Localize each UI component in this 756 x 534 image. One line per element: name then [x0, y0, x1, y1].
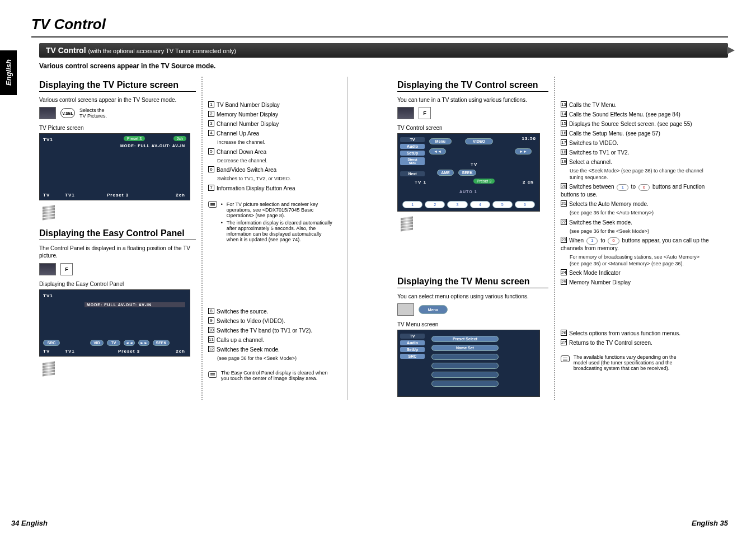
legend-list-4: 26Selects options from various function … — [561, 330, 711, 346]
screen-label-control: TV Control screen — [397, 125, 548, 131]
legend-item: 19Select a channel. — [561, 158, 711, 166]
section-title-menu: Displaying the TV Menu screen — [397, 277, 548, 288]
ss4-preset: Preset Select — [431, 336, 499, 342]
ss2-seek: SEEK — [153, 340, 170, 346]
callout-number: 14 — [561, 111, 567, 117]
callout-number: 23 — [561, 237, 567, 243]
legend-text: Switches to Video (VIDEO). — [217, 318, 285, 324]
legend-list-2: 8Switches the source. 9Switches to Video… — [208, 308, 341, 362]
ss3-tab-direct: Direct SRC — [400, 157, 425, 165]
legend-text: Switches to VIDEO. — [569, 140, 618, 146]
legend-text: Switches the Seek mode. — [217, 346, 280, 353]
callout-number: 3 — [208, 120, 214, 127]
legend-item: 25Memory Number Display — [561, 279, 711, 286]
callout-number: 21 — [561, 200, 567, 207]
legend-text: Returns to the TV Control screen. — [569, 340, 652, 346]
ss2-foot-preset: Preset 3 — [118, 349, 140, 354]
down-arrow-icon — [401, 217, 548, 231]
section-title-picture: Displaying the TV Picture screen — [39, 80, 196, 92]
easy-panel-screenshot: TV1 MODE: FULL AV-OUT: AV-IN SRC VID TV … — [39, 289, 190, 357]
legend-item: 11Calls up a channel. — [208, 336, 341, 344]
header-sub: (with the optional accessory TV Tuner co… — [88, 48, 236, 54]
preset-2: 2 — [425, 201, 445, 208]
legend-item: 21Selects the Auto Memory mode. — [561, 200, 711, 208]
ss2-tv1: TV1 — [43, 293, 53, 298]
legend-text: Selects the Auto Memory mode. — [569, 201, 649, 207]
legend-item: 17Switches to VIDEO. — [561, 139, 711, 147]
legend-text: Calls the Sound Effects Menu. (see page … — [569, 111, 680, 118]
callout-number: 1 — [208, 101, 214, 107]
note1a: For TV picture selection and receiver ke… — [221, 202, 333, 218]
down-arrow-icon — [43, 362, 196, 376]
preset-5: 5 — [492, 201, 513, 208]
legend-item: 1TV Band Number Display — [208, 101, 341, 109]
ss2-src: SRC — [43, 340, 60, 346]
ss4-blank4 — [431, 381, 499, 387]
legend-text: Calls up a channel. — [217, 337, 264, 343]
ss4-tab-audio: Audio — [400, 340, 425, 345]
ss3-seek: SEEK — [458, 170, 476, 176]
preset-3: 3 — [447, 201, 467, 208]
intro-text: Various control screens appear in the TV… — [39, 62, 728, 70]
legend-subtext: Use the <Seek Mode> (see page 36) to cha… — [570, 168, 711, 181]
legend-text: Channel Number Display — [217, 121, 279, 127]
ss2-tv: TV — [107, 340, 120, 346]
header-bar: TV Control (with the optional accessory … — [39, 43, 728, 58]
sec4-para: You can select menu options using variou… — [397, 293, 548, 301]
note-icon — [208, 201, 217, 208]
note-icon — [208, 371, 217, 378]
callout-number: 19 — [561, 158, 567, 165]
tv-picture-screenshot: TV1 Preset 3 2ch MODE: FULL AV-OUT: AV-I… — [39, 133, 190, 200]
menu-thumb-icon — [397, 303, 414, 316]
tv-control-screenshot: TV Audio SetUp Direct SRC Next Menu VIDE… — [397, 133, 540, 212]
legend-subtext: For memory of broadcasting stations, see… — [570, 254, 711, 267]
legend-item: 20Switches between 1 to 6 buttons and Fu… — [561, 183, 711, 198]
ss3-auto: AUTO 1 — [459, 190, 477, 194]
legend-text: Band/Video Switch Area — [217, 167, 276, 173]
legend-item: 26Selects options from various function … — [561, 330, 711, 337]
legend-item: 4Channel Up Area — [208, 130, 341, 137]
legend-text: Channel Down Area — [217, 149, 266, 155]
preset-4: 4 — [470, 201, 490, 208]
ss1-foot-2ch: 2ch — [176, 193, 185, 198]
ss3-preset: Preset 3 — [473, 179, 495, 184]
sec3-para: You can tune in a TV station using vario… — [397, 96, 548, 104]
callout-number: 25 — [561, 279, 567, 285]
callout-number: 27 — [561, 339, 567, 345]
callout-number: 10 — [208, 327, 214, 333]
ss4-tab-src: SRC — [400, 354, 425, 359]
sec1-para: Various control screens appear in the TV… — [39, 96, 196, 104]
legend-text: Switches between 1 to 6 buttons and Func… — [561, 184, 705, 198]
legend-item: 12Switches the Seek mode. — [208, 346, 341, 353]
legend-text: When 1 to 6 buttons appear, you can call… — [561, 237, 709, 251]
legend-item: 23When 1 to 6 buttons appear, you can ca… — [561, 237, 711, 252]
legend-subtext: Decrease the channel. — [217, 158, 341, 165]
down-arrow-icon — [43, 206, 196, 219]
ss4-blank2 — [431, 363, 499, 369]
legend-item: 15Displays the Source Select screen. (se… — [561, 120, 711, 128]
screen-label-menu: TV Menu screen — [397, 321, 548, 327]
note4: The available functions vary depending o… — [574, 354, 685, 371]
ss3-video: VIDEO — [465, 138, 493, 144]
legend-item: 7Information Display Button Area — [208, 185, 341, 192]
arrow-icon — [727, 46, 735, 54]
legend-item: 24Seek Mode Indicator — [561, 269, 711, 277]
legend-list-3: 13Calls the TV Menu. 14Calls the Sound E… — [561, 101, 711, 286]
ss3-prev: ◄◄ — [429, 148, 446, 154]
callout-number: 8 — [208, 308, 214, 314]
tv-thumbnail-icon — [397, 107, 414, 119]
ss1-2ch: 2ch — [173, 136, 186, 141]
legend-text: Switches to TV1 or TV2. — [569, 149, 629, 156]
callout-number: 26 — [561, 330, 567, 336]
note-icon — [561, 355, 570, 362]
callout-number: 6 — [208, 166, 214, 172]
ss2-foot-tv1: TV1 — [65, 349, 75, 354]
tv-thumbnail-icon — [39, 263, 56, 275]
screen-label-picture: TV Picture screen — [39, 125, 196, 131]
vsel-button-icon: V.SEL — [60, 108, 75, 118]
ss3-preset-bar: 1 2 3 4 5 6 — [402, 200, 535, 209]
legend-item: 10Switches the TV band (to TV1 or TV2). — [208, 327, 341, 334]
footer-right: English 35 — [692, 519, 728, 527]
ss4-blank3 — [431, 372, 499, 378]
legend-text: Switches the Seek mode. — [569, 219, 632, 226]
